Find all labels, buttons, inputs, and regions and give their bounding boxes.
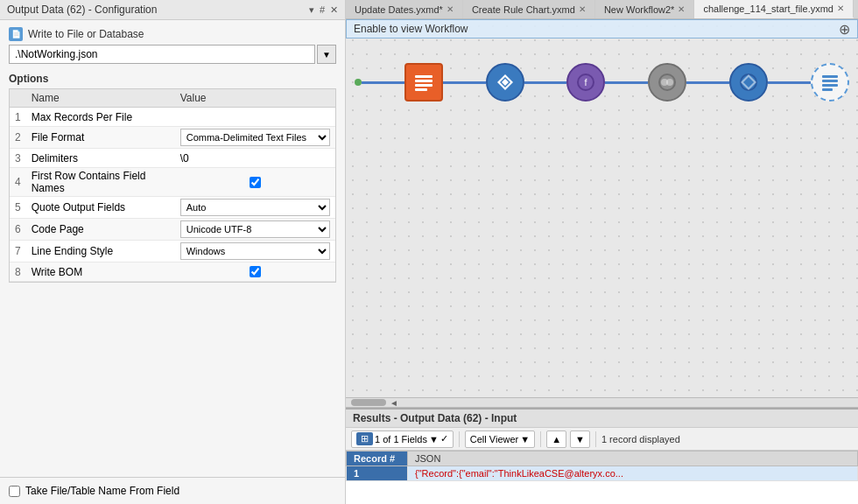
scroll-bar[interactable]: ◄ (346, 397, 858, 408)
tab-label: Update Dates.yxmd* (355, 4, 443, 15)
panel-title: Output Data (62) - Configuration (7, 4, 157, 16)
file-format-select[interactable]: Comma-Delimited Text Files (180, 129, 330, 146)
row-name: Delimiters (26, 149, 175, 168)
enable-banner-text: Enable to view Workflow (354, 23, 468, 35)
wf-node-join[interactable] (648, 63, 686, 102)
wf-line (605, 81, 648, 84)
row-name: Max Records Per File (26, 108, 175, 127)
sort-down-button[interactable]: ▼ (570, 430, 590, 448)
bottom-section: Take File/Table Name From Field (0, 477, 345, 504)
take-file-name-checkbox[interactable] (9, 486, 20, 497)
row-name: Quote Output Fields (26, 197, 175, 219)
svg-rect-13 (822, 88, 833, 91)
wf-line (443, 81, 486, 84)
wf-node-sort[interactable] (729, 63, 768, 102)
scroll-thumb[interactable] (351, 399, 386, 406)
right-panel: Update Dates.yxmd* ✕ Create Rule Chart.y… (346, 0, 858, 504)
quote-output-select[interactable]: Auto (180, 199, 330, 216)
svg-rect-0 (415, 75, 433, 78)
close-icon[interactable]: ✕ (579, 4, 586, 14)
checkbox-cell (180, 266, 330, 277)
code-page-select[interactable]: Unicode UTF-8 (180, 220, 330, 238)
panel-title-bar: Output Data (62) - Configuration ▾ # ✕ (0, 0, 345, 20)
row-value: Unicode UTF-8 (175, 219, 335, 241)
close-icon[interactable]: ✕ (837, 4, 844, 13)
table-row: 8 Write BOM (10, 262, 335, 282)
results-header: Results - Output Data (62) - Input (346, 410, 858, 428)
record-count: 1 record displayed (601, 434, 680, 444)
row-name: First Row Contains Field Names (26, 168, 175, 197)
row-num: 2 (10, 127, 26, 149)
pin-icon2[interactable]: # (320, 4, 325, 15)
file-path-input[interactable] (9, 45, 315, 64)
chevron-down-icon: ▼ (520, 434, 530, 444)
wf-line (524, 81, 567, 84)
file-input-row: ▼ (9, 45, 336, 64)
row-value: \0 (175, 149, 335, 168)
row-value (175, 262, 335, 282)
line-ending-select[interactable]: Windows (180, 242, 330, 260)
write-bom-checkbox[interactable] (250, 266, 261, 277)
table-row: 6 Code Page Unicode UTF-8 (10, 219, 335, 241)
separator (540, 431, 541, 447)
results-panel: Results - Output Data (62) - Input ⊞ 1 o… (346, 408, 858, 504)
write-to-label: 📄 Write to File or Database (9, 27, 336, 41)
svg-rect-1 (415, 80, 433, 82)
pin-icon[interactable]: ▾ (309, 4, 314, 16)
left-panel: Output Data (62) - Configuration ▾ # ✕ 📄… (0, 0, 346, 504)
fields-button[interactable]: ⊞ 1 of 1 Fields ▼ ✓ (351, 430, 454, 448)
row-value: Comma-Delimited Text Files (175, 127, 335, 149)
workflow-row: f (355, 63, 849, 102)
tab-new-workflow[interactable]: New Workflow2* ✕ (595, 0, 695, 18)
tab-label: Create Rule Chart.yxmd (472, 4, 575, 15)
table-row: 1 Max Records Per File (10, 108, 335, 127)
config-content: 📄 Write to File or Database ▼ Options Na… (0, 20, 345, 504)
col-header-json: JSON (408, 452, 858, 466)
wf-node-input[interactable] (404, 63, 443, 102)
tab-update-dates[interactable]: Update Dates.yxmd* ✕ (346, 0, 463, 18)
table-row: 4 First Row Contains Field Names (10, 168, 335, 197)
fields-count: 1 of 1 Fields (375, 434, 427, 444)
col-header-name: Name (26, 89, 175, 108)
svg-rect-11 (822, 80, 838, 82)
close-icon[interactable]: ✕ (330, 4, 338, 16)
wf-start-dot (355, 79, 362, 86)
panel-title-icons: ▾ # ✕ (309, 4, 338, 16)
row-num: 6 (10, 219, 26, 241)
wf-node-filter[interactable] (486, 63, 524, 102)
svg-rect-3 (415, 88, 427, 91)
row-name: Code Page (26, 219, 175, 241)
tab-challenge[interactable]: challenge_114_start_file.yxmd ✕ (694, 0, 854, 18)
results-table: Record # JSON 1 {"Record":{"email":"Thin… (346, 451, 858, 481)
fields-badge: ⊞ (356, 432, 373, 445)
close-icon[interactable]: ✕ (447, 4, 454, 14)
wf-node-formula[interactable]: f (566, 63, 605, 102)
close-icon[interactable]: ✕ (678, 4, 685, 14)
svg-rect-2 (415, 84, 433, 87)
first-row-checkbox[interactable] (250, 177, 261, 188)
options-table: Name Value 1 Max Records Per File 2 File… (9, 88, 336, 283)
file-dropdown-btn[interactable]: ▼ (317, 45, 336, 64)
row-name: Write BOM (26, 262, 175, 282)
wf-node-output[interactable] (811, 63, 849, 102)
sort-up-button[interactable]: ▲ (546, 430, 566, 448)
wf-line (768, 81, 811, 84)
results-table-wrap: Record # JSON 1 {"Record":{"email":"Thin… (346, 451, 858, 504)
tab-create-rule[interactable]: Create Rule Chart.yxmd ✕ (463, 0, 595, 18)
cell-viewer-button[interactable]: Cell Viewer ▼ (465, 430, 535, 448)
row-num: 4 (10, 168, 26, 197)
options-label: Options (0, 69, 345, 88)
row-num: 3 (10, 149, 26, 168)
tab-label: challenge_114_start_file.yxmd (703, 4, 833, 14)
row-num: 5 (10, 197, 26, 219)
svg-rect-12 (822, 84, 838, 87)
col-header-record: Record # (347, 452, 408, 466)
row-num: 7 (10, 241, 26, 262)
col-header-value: Value (175, 89, 335, 108)
table-row: 3 Delimiters \0 (10, 149, 335, 168)
svg-rect-10 (822, 75, 838, 78)
table-row: 7 Line Ending Style Windows (10, 241, 335, 262)
table-row: 2 File Format Comma-Delimited Text Files (10, 127, 335, 149)
row-name: File Format (26, 127, 175, 149)
expand-icon[interactable]: ⊕ (839, 21, 850, 38)
